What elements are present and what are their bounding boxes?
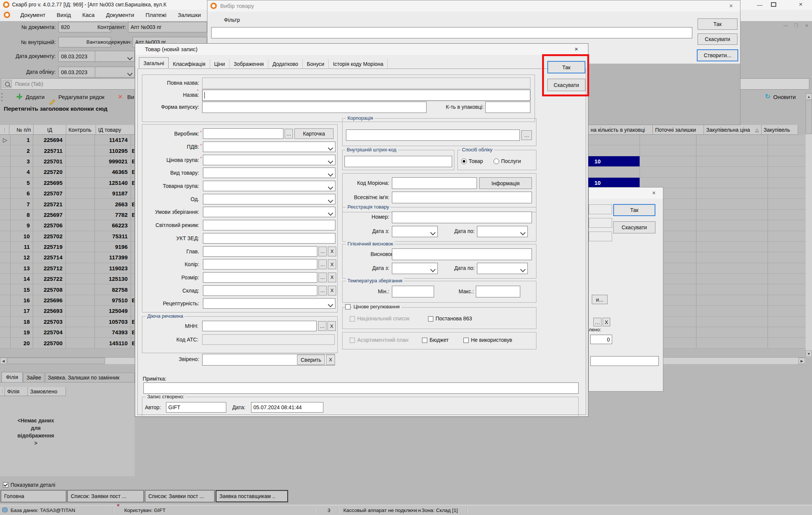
menu-item[interactable]: Вихід <box>56 11 72 19</box>
table-row[interactable]: ▷ 1 225694 114174 <box>0 135 135 145</box>
ellipsis-button[interactable]: … <box>318 247 327 256</box>
hygiene-conclusion-field[interactable] <box>392 248 532 260</box>
table-row[interactable]: 12 225714 117399 <box>0 252 135 263</box>
clear-button[interactable]: X <box>328 259 336 269</box>
window-tab-holovna[interactable]: Головна <box>1 490 66 502</box>
field-input[interactable] <box>203 220 335 230</box>
panel-tab-zayve[interactable]: Зайве <box>23 373 44 382</box>
column-header[interactable]: Поточні залишки <box>653 125 704 135</box>
column-header[interactable]: № п/п <box>9 125 34 135</box>
mdi-minimize-button[interactable]: — <box>782 23 789 29</box>
side-window-close-icon[interactable]: × <box>649 189 659 197</box>
table-row-right[interactable]: 10 <box>588 178 806 188</box>
table-row[interactable]: 8 225697 7782 Ві <box>0 210 135 220</box>
tab-istoriya[interactable]: Історія коду Моріона <box>329 59 388 69</box>
side-ellipsis-button[interactable]: … <box>593 318 602 326</box>
grid-header-zamovleno[interactable]: Замовлено <box>28 387 66 396</box>
registration-date-from-combo[interactable] <box>392 226 438 237</box>
menu-item[interactable]: Залишки <box>177 11 202 19</box>
select-dialog-close-icon[interactable]: × <box>726 2 736 10</box>
table-row-right[interactable] <box>588 145 806 156</box>
window-tab-list-1[interactable]: Список: Заявки пост ... <box>67 490 144 502</box>
window-tab-zayavka-active[interactable]: Заявка поставщикам .. <box>216 490 288 502</box>
add-button[interactable]: Додати <box>26 94 44 100</box>
menu-item[interactable]: Каса <box>82 11 96 19</box>
column-header[interactable]: Закупівельна ціна △ <box>704 125 762 135</box>
scroll-right-icon[interactable]: ▶ <box>798 358 805 364</box>
release-form-field[interactable] <box>202 102 427 113</box>
side-wide-field[interactable] <box>590 356 659 366</box>
product-dialog-close-icon[interactable]: × <box>571 45 582 53</box>
tab-zagalni[interactable]: Загальні <box>139 57 169 68</box>
table-row[interactable]: 10 225702 75311 <box>0 231 135 242</box>
panel-tab-filiya[interactable]: Філія <box>2 372 23 382</box>
side-value-field[interactable]: 0 <box>590 335 612 344</box>
field-input[interactable] <box>203 246 317 257</box>
field-input[interactable] <box>203 272 317 283</box>
tab-dodatkovo[interactable]: Додатково <box>268 59 303 69</box>
field-input[interactable] <box>203 128 283 139</box>
table-row[interactable]: 3 225701 999021 Ві <box>0 156 135 167</box>
field-input[interactable] <box>203 298 335 309</box>
table-row[interactable]: 15 225708 82758 <box>0 284 135 295</box>
refresh-button[interactable]: Оновити <box>773 94 796 100</box>
morion-code-field[interactable] <box>392 177 477 189</box>
morion-info-button[interactable]: Інформація <box>479 177 532 189</box>
registration-number-field[interactable] <box>392 212 532 223</box>
ellipsis-button[interactable]: … <box>318 286 327 296</box>
verify-button[interactable]: Сверить <box>297 355 325 365</box>
table-row[interactable]: 13 225712 119023 <box>0 263 135 274</box>
field-input[interactable] <box>203 155 335 165</box>
edit-row-button[interactable]: Редагувати рядок <box>58 94 105 100</box>
select-ok-button[interactable]: Так <box>698 18 737 30</box>
note-field[interactable] <box>143 382 579 394</box>
column-header[interactable]: на кількість в упаковці <box>588 125 653 135</box>
contractor-field[interactable]: Апт №003 пг <box>128 22 207 32</box>
price-combo-fragment[interactable] <box>95 51 135 62</box>
column-header[interactable]: ІД товару <box>96 125 135 135</box>
mnn-clear-button[interactable]: X <box>328 321 336 331</box>
side-clear-button[interactable]: X <box>603 318 610 326</box>
decree-863-checkbox[interactable] <box>428 316 433 321</box>
verified-clear-button[interactable]: X <box>326 355 335 365</box>
panel-tab-zayavka[interactable]: Заявка. Залишки по замінник <box>45 373 135 382</box>
side-button-fragment[interactable]: и... <box>592 295 608 304</box>
delete-button-fragment[interactable]: Ви <box>127 94 135 100</box>
column-header[interactable]: Закупівель <box>762 125 798 135</box>
column-header[interactable]: Контроль <box>66 125 96 135</box>
table-row[interactable]: 9 225706 66223 <box>0 220 135 231</box>
select-cancel-button[interactable]: Скасувати <box>698 34 737 45</box>
field-input[interactable] <box>203 181 335 191</box>
ellipsis-button[interactable]: … <box>318 273 327 282</box>
close-button[interactable]: × <box>795 1 806 8</box>
pack-qty-field[interactable] <box>485 102 530 113</box>
table-row-right[interactable] <box>588 167 806 177</box>
scroll-left-icon[interactable]: ◀ <box>0 358 7 364</box>
mnn-field[interactable] <box>202 321 317 331</box>
table-row[interactable]: 20 225700 145110 Ві <box>0 338 135 348</box>
author-field[interactable]: GIFT <box>166 402 226 413</box>
table-corner-grip[interactable]: ⋮ <box>0 125 9 135</box>
clear-button[interactable]: X <box>328 273 336 282</box>
table-row[interactable]: 19 225704 74393 Ві <box>0 327 135 338</box>
services-radio[interactable] <box>494 158 499 164</box>
scroll-down-icon[interactable]: ▼ <box>806 350 812 357</box>
field-input[interactable] <box>203 259 317 270</box>
not-used-checkbox[interactable] <box>463 338 469 343</box>
menu-item[interactable]: Документ <box>20 11 46 19</box>
ellipsis-button[interactable]: … <box>285 129 293 139</box>
temperature-max-field[interactable] <box>476 286 520 297</box>
field-input[interactable] <box>203 142 335 152</box>
scroll-up-icon[interactable]: ▲ <box>806 93 812 100</box>
maximize-button[interactable] <box>769 1 778 8</box>
window-tab-list-2[interactable]: Список: Заявки пост ... <box>145 490 215 502</box>
table-row[interactable]: 7 225721 2663 Ві <box>0 199 135 209</box>
menu-item[interactable]: Документи <box>105 11 135 19</box>
tab-zobrazhennya[interactable]: Зображення <box>230 59 268 69</box>
field-input[interactable] <box>203 207 335 217</box>
vertical-scroll-thumb[interactable] <box>806 100 812 134</box>
minimize-button[interactable]: — <box>755 1 765 8</box>
registration-date-to-combo[interactable] <box>477 226 528 237</box>
name-field[interactable] <box>202 90 530 101</box>
ellipsis-button[interactable]: … <box>318 259 327 269</box>
